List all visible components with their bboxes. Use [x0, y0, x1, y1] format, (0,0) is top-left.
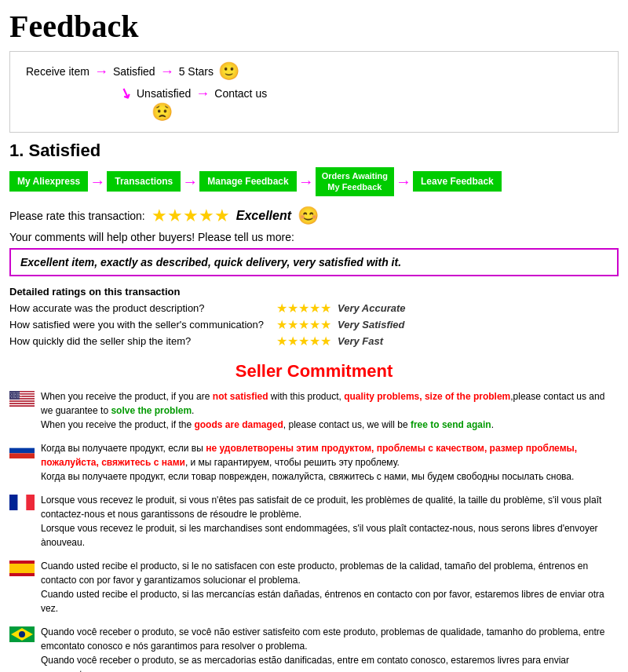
happy-emoji: 😊	[298, 206, 319, 226]
detail-label-3: How quickly did the seller ship the item…	[9, 335, 276, 347]
rating-row: Please rate this transaction: ★★★★★ Exce…	[9, 206, 619, 226]
lang-text-portuguese: Quando você receber o produto, se você n…	[41, 625, 619, 672]
detailed-title: Detailed ratings on this transaction	[9, 286, 619, 298]
svg-rect-7	[9, 399, 35, 400]
flag-usa: ★ ★ ★ ★ ★ ★ ★ ★ ★ ★ ★ ★ ★ ★ ★ ★ ★ ★ ★ ★ …	[9, 391, 35, 407]
detail-text-1: Very Accurate	[338, 302, 405, 314]
eng-text1-end: .	[192, 405, 194, 416]
lang-text-russian: Когда вы получаете продукт, если вы не у…	[41, 441, 619, 484]
detail-label-2: How satisfied were you with the seller's…	[9, 319, 276, 331]
step-arrow-3: →	[298, 173, 314, 191]
svg-rect-18	[9, 443, 35, 448]
svg-rect-11	[9, 404, 35, 406]
pt-text1: Quando você receber o produto, se você n…	[41, 626, 604, 652]
svg-rect-19	[9, 447, 35, 453]
svg-rect-12	[9, 405, 35, 407]
rating-stars: ★★★★★	[152, 206, 230, 226]
detail-row-3: How quickly did the seller ship the item…	[9, 334, 619, 349]
commitment-section: Seller Commitment ★ ★ ★ ★ ★ ★ ★ ★ ★ ★ ★ …	[9, 361, 619, 672]
svg-rect-23	[26, 495, 35, 510]
detail-stars-3: ★★★★★	[276, 334, 331, 349]
lang-text-spanish: Cuando usted recibe el producto, si le n…	[41, 559, 619, 615]
step-arrow-4: →	[396, 173, 411, 191]
ru-text1-plain: Когда вы получаете продукт, если вы	[41, 443, 206, 454]
flow-arrow-4: →	[195, 86, 210, 102]
svg-rect-21	[9, 495, 18, 510]
svg-point-28	[19, 631, 25, 637]
eng-text2-plain: When you receive the product, if the	[41, 419, 194, 430]
frown-emoji: 😟	[152, 102, 173, 122]
eng-text2-end: .	[491, 419, 494, 430]
lang-block-portuguese: Quando você receber o produto, se você n…	[9, 625, 619, 672]
eng-text1-plain2: with this product,	[268, 391, 344, 402]
flow-arrow-1: →	[94, 64, 108, 80]
svg-rect-20	[9, 453, 35, 458]
svg-rect-8	[9, 400, 35, 402]
lang-block-russian: Когда вы получаете продукт, если вы не у…	[9, 441, 619, 484]
step-manage-feedback[interactable]: Manage Feedback	[199, 171, 296, 192]
flow-arrow-3: ↘	[118, 83, 135, 104]
eng-text1-red2: quality problems, size of the problem	[344, 391, 510, 402]
flag-brazil	[9, 626, 35, 642]
eng-text2-green: free to send again	[411, 419, 491, 430]
eng-text1-green: solve the problem	[111, 405, 192, 416]
flow-contact-us: Contact us	[214, 87, 267, 100]
flow-five-stars: 5 Stars	[179, 65, 214, 78]
comment-box: Excellent item, exactly as described, qu…	[9, 248, 619, 276]
detail-stars-1: ★★★★★	[276, 301, 331, 316]
flag-spain	[9, 561, 35, 576]
step-arrow-2: →	[182, 173, 198, 191]
smiley-emoji: 🙂	[218, 61, 239, 82]
detail-text-2: Very Satisfied	[338, 319, 405, 331]
flag-france	[9, 495, 35, 510]
svg-rect-9	[9, 401, 35, 403]
flow-arrow-2: →	[160, 64, 174, 80]
svg-rect-25	[9, 564, 35, 573]
flow-diagram: Receive item → Satisfied → 5 Stars 🙂 ↘ U…	[9, 51, 619, 133]
eng-text2-red: goods are damaged	[194, 419, 283, 430]
eng-text2-plain2: , please contact us, we will be	[283, 419, 411, 430]
commitment-title: Seller Commitment	[9, 361, 619, 382]
steps-row: My Aliexpress → Transactions → Manage Fe…	[9, 167, 619, 196]
detailed-section: Detailed ratings on this transaction How…	[9, 286, 619, 349]
detail-row-2: How satisfied were you with the seller's…	[9, 317, 619, 332]
detail-text-3: Very Fast	[338, 335, 383, 347]
step-my-aliexpress[interactable]: My Aliexpress	[9, 171, 88, 192]
pt-text2: Quando você receber o produto, se as mer…	[41, 655, 569, 672]
lang-block-french: Lorsque vous recevez le produit, si vous…	[9, 493, 619, 550]
es-text2: Cuando usted recibe el producto, si las …	[41, 589, 604, 614]
eng-text1-red: not satisfied	[213, 391, 268, 402]
fr-text1: Lorsque vous recevez le produit, si vous…	[41, 495, 601, 520]
ru-text2: Когда вы получаете продукт, если товар п…	[41, 471, 574, 482]
es-text1: Cuando usted recibe el producto, si le n…	[41, 561, 588, 586]
flow-receive-item: Receive item	[26, 65, 89, 78]
fr-text2: Lorsque vous recevez le produit, si les …	[41, 523, 598, 548]
flow-satisfied: Satisfied	[113, 65, 155, 78]
comment-note: Your comments will help other buyers! Pl…	[9, 231, 619, 243]
lang-block-spanish: Cuando usted recibe el producto, si le n…	[9, 559, 619, 615]
page-title: Feedback	[9, 8, 619, 45]
detail-stars-2: ★★★★★	[276, 317, 331, 332]
detail-row-1: How accurate was the product description…	[9, 301, 619, 316]
flow-unsatisfied: Unsatisfied	[137, 87, 191, 100]
lang-text-french: Lorsque vous recevez le produit, si vous…	[41, 493, 619, 550]
section-heading: 1. Satisfied	[9, 141, 619, 161]
lang-text-english: When you receive the product, if you are…	[41, 389, 619, 432]
detail-label-1: How accurate was the product description…	[9, 302, 276, 314]
step-orders-awaiting[interactable]: Orders AwaitingMy Feedback	[316, 167, 394, 196]
eng-text1-plain: When you receive the product, if you are	[41, 391, 213, 402]
ru-text1-plain2: , и мы гарантируем, чтобы решить эту про…	[185, 457, 400, 468]
step-arrow-1: →	[89, 173, 105, 191]
excellent-label: Excellent	[236, 209, 291, 223]
step-leave-feedback[interactable]: Leave Feedback	[413, 171, 502, 192]
flag-russia	[9, 443, 35, 458]
step-transactions[interactable]: Transactions	[107, 171, 181, 192]
svg-rect-22	[18, 495, 27, 510]
svg-rect-10	[9, 403, 35, 404]
lang-block-english: ★ ★ ★ ★ ★ ★ ★ ★ ★ ★ ★ ★ ★ ★ ★ ★ ★ ★ ★ ★ …	[9, 389, 619, 432]
rating-label: Please rate this transaction:	[9, 210, 145, 222]
